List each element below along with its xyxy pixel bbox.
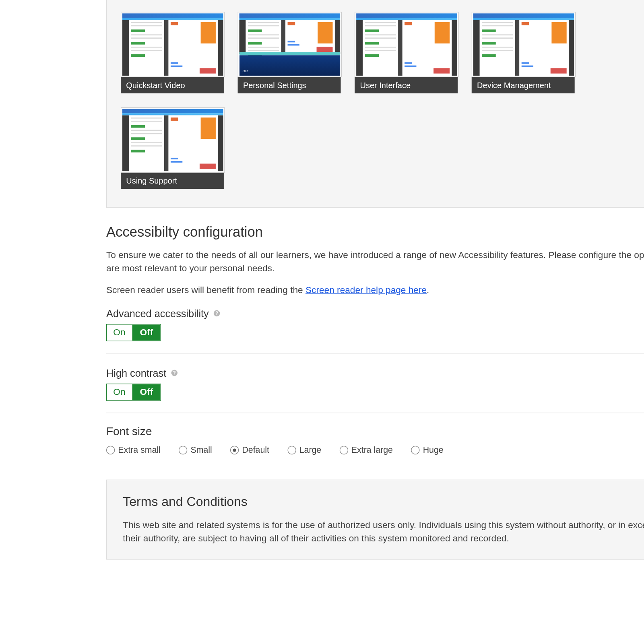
high-contrast-label: High contrast xyxy=(106,367,166,379)
font-size-option-label: Small xyxy=(190,445,212,455)
help-icon[interactable] xyxy=(171,367,178,375)
video-thumbnail[interactable]: Start xyxy=(238,12,342,77)
advanced-accessibility-toggle[interactable]: On Off xyxy=(106,324,161,341)
advanced-accessibility-label: Advanced accessibility xyxy=(106,308,209,320)
font-size-option-label: Default xyxy=(242,445,269,455)
video-thumbnail[interactable] xyxy=(121,107,225,173)
video-caption: Quickstart Video xyxy=(121,77,224,93)
screen-reader-suffix: . xyxy=(427,285,429,295)
video-caption: Personal Settings xyxy=(238,77,341,93)
accessibility-intro: To ensure we cater to the needs of all o… xyxy=(106,249,644,276)
font-size-option[interactable]: Default xyxy=(230,445,269,455)
font-size-option-label: Huge xyxy=(423,445,444,455)
font-size-heading: Font size xyxy=(106,425,644,438)
toggle-off[interactable]: Off xyxy=(132,324,161,341)
video-card[interactable]: Device Management xyxy=(472,12,575,93)
screen-reader-link[interactable]: Screen reader help page here xyxy=(305,285,427,295)
video-thumbnail[interactable] xyxy=(355,12,459,77)
radio-icon[interactable] xyxy=(179,446,187,454)
terms-body: This web site and related systems is for… xyxy=(123,519,644,545)
video-thumbnail[interactable] xyxy=(121,12,225,77)
video-gallery-panel: Quickstart VideoStartPersonal SettingsUs… xyxy=(106,0,644,208)
video-caption: User Interface xyxy=(355,77,458,93)
toggle-on[interactable]: On xyxy=(107,384,132,400)
screen-reader-note: Screen reader users will benefit from re… xyxy=(106,284,644,297)
radio-icon[interactable] xyxy=(287,446,296,454)
screen-reader-prefix: Screen reader users will benefit from re… xyxy=(106,285,305,295)
font-size-option[interactable]: Huge xyxy=(411,445,443,455)
toggle-on[interactable]: On xyxy=(107,324,132,341)
high-contrast-toggle[interactable]: On Off xyxy=(106,384,161,401)
video-card[interactable]: Using Support xyxy=(121,107,224,189)
terms-heading: Terms and Conditions xyxy=(123,494,644,509)
font-size-option[interactable]: Large xyxy=(287,445,321,455)
advanced-accessibility-row: Advanced accessibility On Off xyxy=(106,306,644,354)
video-thumbnail[interactable] xyxy=(472,12,576,77)
font-size-option-label: Extra small xyxy=(118,445,160,455)
font-size-option[interactable]: Small xyxy=(179,445,212,455)
radio-icon[interactable] xyxy=(106,446,115,454)
video-gallery: Quickstart VideoStartPersonal SettingsUs… xyxy=(121,12,644,189)
font-size-options: Extra smallSmallDefaultLargeExtra largeH… xyxy=(106,445,644,470)
radio-icon[interactable] xyxy=(340,446,348,454)
font-size-option[interactable]: Extra small xyxy=(106,445,161,455)
video-card[interactable]: Quickstart Video xyxy=(121,12,224,93)
video-card[interactable]: User Interface xyxy=(355,12,458,93)
video-card[interactable]: StartPersonal Settings xyxy=(238,12,341,93)
font-size-option[interactable]: Extra large xyxy=(340,445,393,455)
video-caption: Device Management xyxy=(472,77,575,93)
font-size-option-label: Large xyxy=(299,445,322,455)
terms-panel: Terms and Conditions This web site and r… xyxy=(106,480,644,560)
radio-icon[interactable] xyxy=(411,446,419,454)
high-contrast-row: High contrast On Off xyxy=(106,365,644,413)
font-size-option-label: Extra large xyxy=(351,445,393,455)
help-icon[interactable] xyxy=(213,308,221,316)
accessibility-heading: Accessibilty configuration xyxy=(106,224,644,240)
video-caption: Using Support xyxy=(121,173,224,189)
radio-icon[interactable] xyxy=(230,446,239,454)
toggle-off[interactable]: Off xyxy=(132,384,161,400)
